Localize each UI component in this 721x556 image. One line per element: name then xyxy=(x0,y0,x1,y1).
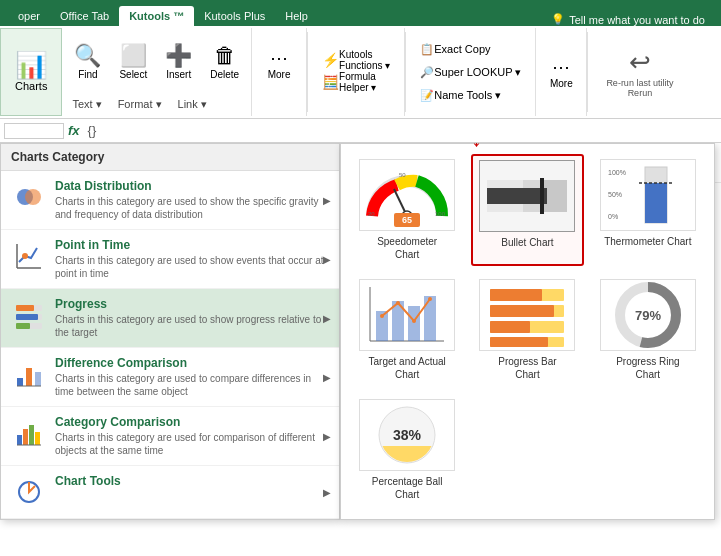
data-distribution-text: Data Distribution Charts in this categor… xyxy=(55,179,329,221)
find-icon: 🔍 xyxy=(74,43,101,69)
tell-me-input[interactable]: Tell me what you want to do xyxy=(569,14,705,26)
svg-rect-18 xyxy=(35,432,40,445)
data-distribution-arrow: ▶ xyxy=(323,195,331,206)
svg-rect-16 xyxy=(23,429,28,445)
category-chart-tools[interactable]: Chart Tools ▶ xyxy=(1,466,339,519)
point-in-time-title: Point in Time xyxy=(55,238,329,252)
chart-item-progress-ring[interactable]: 79% Progress RingChart xyxy=(592,274,704,386)
percentage-ball-preview: 38% xyxy=(359,399,455,471)
progress-ring-label: Progress RingChart xyxy=(616,355,679,381)
svg-rect-8 xyxy=(16,314,38,320)
category-comparison[interactable]: Category Comparison Charts in this categ… xyxy=(1,407,339,466)
category-point-in-time[interactable]: Point in Time Charts in this category ar… xyxy=(1,230,339,289)
svg-rect-44 xyxy=(424,296,436,341)
curly-braces-icon[interactable]: {} xyxy=(88,123,97,138)
ribbon-group-charts: 📊 Charts xyxy=(0,28,62,116)
svg-rect-10 xyxy=(16,323,30,329)
progress-bar-preview xyxy=(479,279,575,351)
svg-rect-12 xyxy=(26,368,32,386)
select-button[interactable]: ⬜ Select xyxy=(111,30,155,92)
chart-item-percentage-ball[interactable]: 38% Percentage BallChart xyxy=(351,394,463,506)
name-tools-button[interactable]: 📝 Name Tools ▾ xyxy=(414,85,527,105)
find-label: Find xyxy=(78,69,97,80)
chart-item-bullet[interactable]: Bullet Chart xyxy=(471,154,583,266)
chart-item-thermometer[interactable]: 100% 50% 0% Thermometer Chart xyxy=(592,154,704,266)
svg-text:50: 50 xyxy=(399,172,406,178)
svg-text:65: 65 xyxy=(402,215,412,225)
svg-rect-15 xyxy=(17,435,22,445)
insert-icon: ➕ xyxy=(165,43,192,69)
svg-text:38%: 38% xyxy=(393,427,422,443)
charts-category-dropdown: Charts Category Data Distribution Charts… xyxy=(0,143,340,520)
delete-button[interactable]: 🗑 Delete xyxy=(202,30,247,92)
category-progress[interactable]: Progress Charts in this category are use… xyxy=(1,289,339,348)
exact-copy-button[interactable]: 📋 Exact Copy xyxy=(414,39,527,59)
progress-submenu: ↓ xyxy=(340,143,715,520)
format-button[interactable]: Format ▾ xyxy=(112,94,168,114)
more2-button[interactable]: ⋯ More xyxy=(540,47,582,97)
formula-input[interactable] xyxy=(104,124,717,138)
difference-comparison-arrow: ▶ xyxy=(323,372,331,383)
ribbon-section-copy-lookup: 📋 Exact Copy 🔎 Super LOOKUP ▾ 📝 Name Too… xyxy=(406,28,536,116)
data-distribution-desc: Charts in this category are used to show… xyxy=(55,195,329,221)
point-in-time-text: Point in Time Charts in this category ar… xyxy=(55,238,329,280)
select-label: Select xyxy=(119,69,147,80)
rerun-section: ↩ Re-run last utility Rerun xyxy=(588,28,691,116)
tab-kutools[interactable]: Kutools ™ xyxy=(119,6,194,26)
chart-tools-icon xyxy=(11,474,47,510)
difference-comparison-desc: Charts in this category are used to comp… xyxy=(55,372,329,398)
charts-icon: 📊 xyxy=(15,52,47,78)
bullet-preview xyxy=(479,160,575,232)
more-button[interactable]: ⋯ More xyxy=(258,32,300,94)
svg-rect-6 xyxy=(16,305,34,311)
charts-button[interactable]: 📊 Charts xyxy=(7,38,55,106)
category-difference-comparison[interactable]: Difference Comparison Charts in this cat… xyxy=(1,348,339,407)
chart-item-target-actual[interactable]: Target and ActualChart xyxy=(351,274,463,386)
more-icon: ⋯ xyxy=(270,47,288,69)
charts-label: Charts xyxy=(15,80,47,92)
target-actual-label: Target and ActualChart xyxy=(369,355,446,381)
delete-label: Delete xyxy=(210,69,239,80)
point-in-time-arrow: ▶ xyxy=(323,254,331,265)
super-lookup-button[interactable]: 🔎 Super LOOKUP ▾ xyxy=(414,62,527,82)
progress-text: Progress Charts in this category are use… xyxy=(55,297,329,339)
tab-oper[interactable]: oper xyxy=(8,6,50,26)
rerun-button[interactable]: ↩ Re-run last utility Rerun xyxy=(598,43,681,102)
dropdown-overlay: Charts Category Data Distribution Charts… xyxy=(0,143,715,520)
name-box[interactable] xyxy=(4,123,64,139)
charts-group-items: 📊 Charts xyxy=(7,33,55,111)
difference-comparison-title: Difference Comparison xyxy=(55,356,329,370)
name-tools-icon: 📝 xyxy=(420,89,434,102)
exact-copy-icon: 📋 xyxy=(420,43,434,56)
more2-icon: ⋯ xyxy=(552,56,570,78)
insert-label: Insert xyxy=(166,69,191,80)
thermometer-label: Thermometer Chart xyxy=(604,235,691,248)
formula-helper-button[interactable]: 🧮 Formula Helper ▾ xyxy=(316,72,396,92)
tab-office-tab[interactable]: Office Tab xyxy=(50,6,119,26)
svg-rect-52 xyxy=(490,305,554,317)
category-comparison-icon xyxy=(11,415,47,451)
tab-kutools-plus[interactable]: Kutools Plus xyxy=(194,6,275,26)
kutools-functions-button[interactable]: ⚡ Kutools Functions ▾ xyxy=(316,50,396,70)
chart-tools-text: Chart Tools xyxy=(55,474,329,488)
find-button[interactable]: 🔍 Find xyxy=(66,30,109,92)
ribbon-section-tools: 🔍 Find ⬜ Select ➕ Insert 🗑 Delete Text ▾… xyxy=(62,28,252,116)
category-data-distribution[interactable]: Data Distribution Charts in this categor… xyxy=(1,171,339,230)
chart-item-speedometer[interactable]: 65 20 50 100 SpeedometerChart xyxy=(351,154,463,266)
percentage-ball-label: Percentage BallChart xyxy=(372,475,443,501)
chart-item-progress-bar[interactable]: Progress BarChart xyxy=(471,274,583,386)
arrow-down-indicator: ↓ xyxy=(471,143,482,152)
svg-rect-54 xyxy=(490,321,530,333)
bullet-label: Bullet Chart xyxy=(501,236,553,249)
link-button[interactable]: Link ▾ xyxy=(172,94,213,114)
tab-help[interactable]: Help xyxy=(275,6,318,26)
progress-desc: Charts in this category are used to show… xyxy=(55,313,329,339)
text-button[interactable]: Text ▾ xyxy=(66,94,107,114)
progress-title: Progress xyxy=(55,297,329,311)
svg-point-47 xyxy=(412,319,416,323)
svg-point-4 xyxy=(22,253,28,259)
insert-button[interactable]: ➕ Insert xyxy=(157,30,200,92)
svg-rect-32 xyxy=(540,178,544,214)
svg-point-1 xyxy=(25,189,41,205)
ribbon-section-kutools: ⚡ Kutools Functions ▾ 🧮 Formula Helper ▾ xyxy=(308,28,405,116)
